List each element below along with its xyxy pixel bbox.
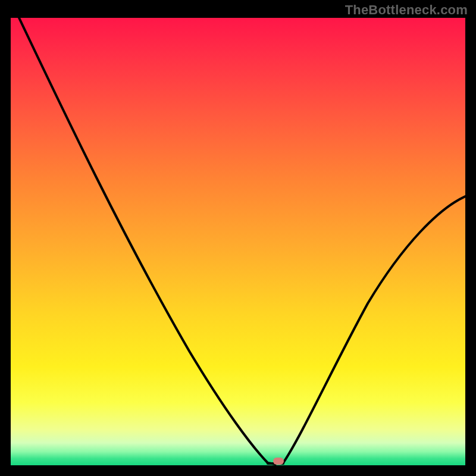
watermark-text: TheBottleneck.com	[345, 2, 468, 18]
chart-stage: TheBottleneck.com	[0, 0, 476, 476]
min-marker	[273, 458, 284, 465]
bottleneck-curve	[11, 18, 465, 465]
plot-area	[11, 18, 465, 465]
